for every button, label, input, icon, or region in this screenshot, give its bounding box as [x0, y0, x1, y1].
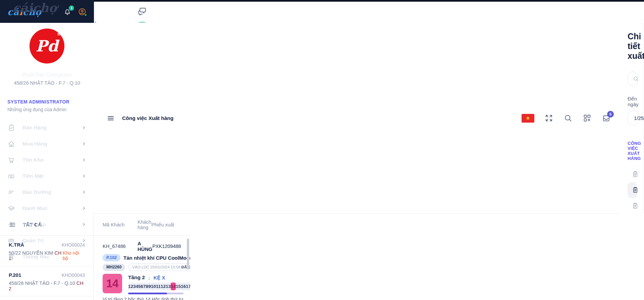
sidebar-item-label: Bán Hàng — [22, 125, 81, 131]
section-label: CÔNG VIỆC XUẤT HÀNG — [628, 141, 637, 161]
chevron-right-icon — [81, 125, 87, 130]
warehouse-item-p-201[interactable]: P.201KHO00043458/28 NHẬT TẢO - F.7 - Q.1… — [0, 266, 94, 296]
sidebar-item-ban-hang[interactable]: Bán Hàng — [7, 120, 87, 136]
sidebar-item-label: Bảo Dưỡng — [22, 189, 81, 195]
role-title: SYSTEM ADMINISTRATOR — [7, 99, 87, 104]
notifications-bell-icon[interactable]: 3 — [63, 7, 72, 16]
order-detail-line: MH2260VÀO LÚC 25/01/2024 10:58:ĐÃ GỌI TH… — [103, 263, 183, 271]
menu-hamburger-icon[interactable] — [107, 114, 115, 122]
date-picker[interactable]: 1/25/2024 — [628, 111, 639, 125]
tier-label: Tầng 2 — [128, 274, 145, 281]
order-entry[interactable]: KH_67486A HÙNGPXK120948825/01/24 17:521P… — [94, 236, 190, 300]
clipboard-list-icon — [632, 171, 639, 178]
home-icon — [7, 140, 15, 148]
arrow-down-icon: ↓ — [148, 275, 151, 281]
chevron-right-icon — [81, 173, 87, 179]
rack-label: KỆ X — [153, 275, 165, 281]
filter-item-theo-tung-don-hang[interactable]: Theo từng Đơn hàng — [628, 166, 637, 182]
store-name: Phát Đạt Computer — [7, 72, 87, 78]
avatar-strip: MM — [94, 0, 190, 23]
inbox-count-badge: 5 — [607, 111, 614, 118]
money-icon — [7, 172, 15, 180]
sidebar-item-ton-kho[interactable]: Tồn Kho — [7, 152, 87, 168]
chat-icon[interactable] — [137, 6, 147, 16]
vertical-scrollbar[interactable] — [187, 239, 189, 269]
export-slip: PXK1209488 — [152, 244, 190, 249]
store-logo: Pd ® — [28, 27, 66, 65]
sidebar-item-label: Mua Hàng — [22, 141, 81, 147]
trash-icon — [7, 253, 15, 261]
customer-code: KH_67486 — [103, 244, 138, 249]
sidebar-item-thiet-lap[interactable]: Thiết Lập — [7, 216, 87, 232]
brand-watermark: cáichợ — [13, 1, 57, 15]
shelf-cell: 15 — [176, 283, 181, 290]
shelf-cell: 16 — [181, 283, 186, 290]
search-icon[interactable] — [564, 114, 573, 123]
column-header-phieu-xuat: Phiếu xuất — [151, 222, 190, 227]
window-top-strip — [94, 0, 644, 2]
chevron-right-icon — [81, 141, 87, 146]
sidebar-item-danh-muc[interactable]: Danh Mục — [7, 200, 87, 216]
code-badge: MH2260 — [103, 264, 125, 271]
sidebar-item-label: Thùng Rác — [22, 254, 87, 260]
shelf-progress-track — [128, 293, 183, 294]
shelf-cell-highlighted: 14 — [171, 283, 176, 290]
sidebar-item-bao-duong[interactable]: Bảo Dưỡng — [7, 184, 87, 200]
export-detail-panel: Chi tiết xuất Đến ngày 1/25/2024 CÔNG VI… — [620, 23, 644, 214]
shelf-cell: 11 — [156, 283, 161, 290]
inbox-icon[interactable]: 5 — [602, 114, 611, 123]
shelf-cell: 7 — [143, 283, 146, 290]
sidebar-item-quan-tri[interactable]: Quản Trị — [7, 232, 87, 249]
apps-grid-icon[interactable] — [583, 114, 592, 123]
location-badge: P.102 — [103, 254, 120, 261]
users-icon — [7, 237, 15, 245]
warehouse-name: P.201 — [9, 272, 21, 278]
sidebar-item-thung-rac[interactable]: Thùng Rác — [7, 249, 87, 265]
search-box[interactable] — [628, 72, 638, 86]
shelf-cell: 6 — [141, 283, 144, 290]
account-icon[interactable] — [78, 7, 87, 16]
role-subtitle: Những ứng dụng của Admin — [7, 107, 87, 112]
shelf-cell: 2 — [131, 283, 133, 290]
shelf-position-number: 14 — [103, 274, 122, 293]
sales-clipboard-icon — [7, 124, 15, 132]
sidebar-item-label: Tồn Kho — [22, 157, 81, 163]
timestamp-badge: VÀO LÚC 25/01/2024 10:58:ĐÃ GỌI THÊM — [128, 263, 190, 271]
warehouse-item-p-101[interactable]: P 101KHO00034458/28 NHẬT TẢO - F.7 - Q.1… — [0, 296, 94, 300]
filter-item-theo-tung-ke-hang[interactable]: Theo từng Kệ hàng — [628, 198, 637, 214]
vietnam-flag-icon[interactable]: ★ — [522, 114, 534, 123]
orders-panel: Mã KháchKhách hàngPhiếu xuấtNgày xuấtSố … — [94, 214, 190, 300]
shelf-cell: 9 — [148, 283, 151, 290]
sidebar-menu: Bán HàngMua HàngTồn KhoTiền MặtBảo Dưỡng… — [7, 120, 87, 265]
shelf-progress-fill — [128, 293, 167, 294]
order-summary-row: KH_67486A HÙNGPXK120948825/01/24 17:521 — [103, 241, 183, 252]
column-header-khach-hang: Khách hàng — [138, 219, 151, 230]
sidebar-item-mua-hang[interactable]: Mua Hàng — [7, 136, 87, 152]
shelf-cell: 10 — [151, 283, 156, 290]
avatar[interactable] — [135, 22, 149, 23]
chevron-right-icon — [81, 189, 87, 195]
panel-title: Chi tiết xuất — [628, 32, 637, 61]
online-status-dot — [84, 13, 87, 16]
cart-icon — [7, 156, 15, 164]
avatar-list: MM — [135, 22, 149, 23]
notification-count-badge: 3 — [69, 5, 74, 11]
app-root: cáichợ 3 Pd ® Phát Đạt Computer 458/28 N… — [0, 0, 644, 300]
shelf-cell: 4 — [136, 283, 139, 290]
shelf-cell: 5 — [138, 283, 141, 290]
fullscreen-icon[interactable] — [544, 114, 553, 123]
gear-icon — [7, 221, 15, 228]
shelf-visualization: 14Tầng 2↓KỆ X123456789101112131415161718… — [103, 274, 183, 294]
search-icon — [633, 76, 639, 82]
sidebar-item-label: Quản Trị — [22, 238, 81, 244]
avatar-scrollbar[interactable] — [95, 22, 96, 23]
shelf-cell: 1 — [128, 283, 131, 290]
shelf-cell: 3 — [133, 283, 136, 290]
sidebar-item-label: Danh Mục — [22, 205, 81, 211]
shelf-cells: 1234567891011121314151617181920 — [128, 283, 183, 290]
sidebar-item-label: Thiết Lập — [22, 221, 81, 227]
customer-name: A HÙNG — [138, 241, 152, 252]
shelf-cell: 8 — [146, 283, 149, 290]
sidebar-item-tien-mat[interactable]: Tiền Mặt — [7, 168, 87, 184]
filter-item-theo-tung-kho-hang[interactable]: Theo từng Kho hàng — [628, 182, 637, 198]
